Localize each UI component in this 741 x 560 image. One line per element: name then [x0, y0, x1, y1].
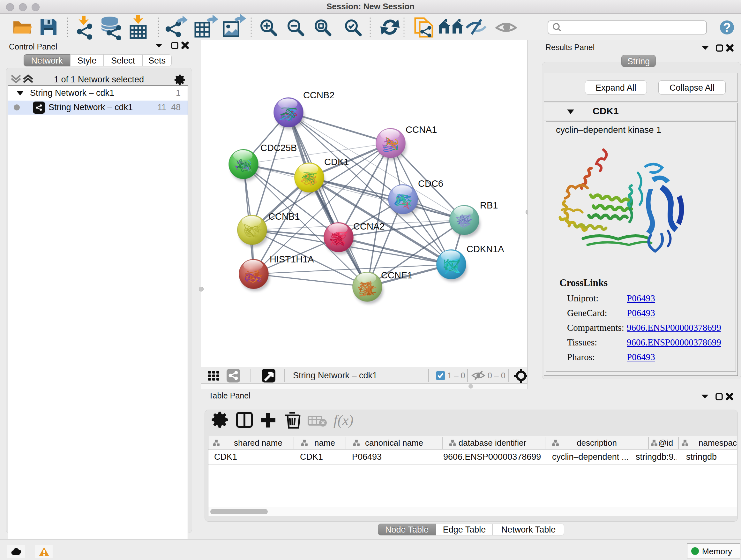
svg-text:CDC25B: CDC25B — [260, 143, 297, 153]
svg-text:HIST1H1A: HIST1H1A — [270, 254, 314, 264]
svg-text:CCNB1: CCNB1 — [268, 211, 300, 222]
svg-text:f(x): f(x) — [333, 412, 353, 428]
svg-text:CCNA1: CCNA1 — [406, 125, 437, 135]
svg-text:CCNB2: CCNB2 — [303, 90, 334, 100]
svg-text:RB1: RB1 — [480, 200, 498, 210]
svg-text:CCNE1: CCNE1 — [381, 270, 412, 280]
svg-text:CDC6: CDC6 — [418, 179, 443, 189]
svg-text:CDKN1A: CDKN1A — [467, 244, 504, 254]
svg-text:CDK1: CDK1 — [324, 157, 349, 167]
svg-text:CCNA2: CCNA2 — [353, 221, 385, 232]
svg-text:?: ? — [723, 20, 731, 35]
